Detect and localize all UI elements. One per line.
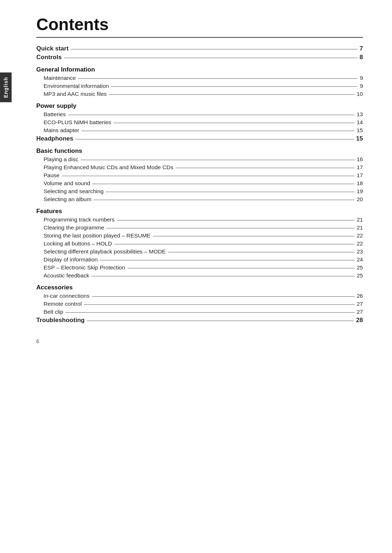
page-number: 28 xyxy=(356,317,363,324)
entry-label: Quick start xyxy=(36,45,69,52)
toc-entry: Selecting different playback possibiliti… xyxy=(36,248,363,255)
toc-entry: Programming track numbers21 xyxy=(36,216,363,223)
dots-line xyxy=(111,86,358,87)
entry-label: Mains adapter xyxy=(44,127,79,134)
dots-line xyxy=(84,304,355,305)
toc-entry: Display of information24 xyxy=(36,256,363,263)
toc-entry: Pause17 xyxy=(36,172,363,179)
page-footer: 6 xyxy=(36,338,363,344)
page-number: 22 xyxy=(357,240,363,247)
section-heading: Power supply xyxy=(36,102,363,110)
toc-entry: Clearing the programme21 xyxy=(36,224,363,231)
dots-line xyxy=(92,184,354,184)
toc-entry: Acoustic feedback25 xyxy=(36,272,363,279)
entry-label: Programming track numbers xyxy=(44,216,115,223)
entry-label: Selecting and searching xyxy=(44,188,103,195)
dots-line xyxy=(106,192,354,192)
entry-label: Pause xyxy=(44,172,60,179)
title-divider xyxy=(36,37,363,38)
toc-entry: Mains adapter15 xyxy=(36,127,363,134)
toc-list: Quick start7Controls8General Information… xyxy=(36,45,363,324)
page-number: 27 xyxy=(357,309,363,315)
toc-entry: In-car connections26 xyxy=(36,293,363,299)
entry-label: Controls xyxy=(36,54,62,61)
dots-line xyxy=(75,139,354,139)
dots-line xyxy=(109,94,355,95)
entry-label: Batteries xyxy=(44,111,66,118)
entry-label: Selecting different playback possibiliti… xyxy=(44,248,166,255)
entry-label: Troubleshooting xyxy=(36,317,85,324)
dots-line xyxy=(68,115,355,115)
page-number: 16 xyxy=(357,156,363,163)
entry-label: In-car connections xyxy=(44,293,90,299)
dots-line xyxy=(114,244,355,244)
dots-line xyxy=(117,220,355,220)
toc-entry: MP3 and AAC music files10 xyxy=(36,91,363,97)
entry-label: Volume and sound xyxy=(44,180,90,187)
toc-entry: Storing the last position played – RESUM… xyxy=(36,232,363,239)
toc-entry: Locking all buttons – HOLD22 xyxy=(36,240,363,247)
page-number: 18 xyxy=(357,180,363,187)
toc-entry: Troubleshooting28 xyxy=(36,317,363,324)
entry-label: Belt clip xyxy=(44,309,63,315)
toc-entry: Environmental information9 xyxy=(36,83,363,89)
entry-label: Headphones xyxy=(36,135,73,142)
toc-entry: Playing a disc16 xyxy=(36,156,363,163)
entry-label: Acoustic feedback xyxy=(44,272,89,279)
toc-entry: Quick start7 xyxy=(36,45,363,52)
dots-line xyxy=(153,236,355,236)
page-number: 8 xyxy=(360,54,363,61)
page-title: Contents xyxy=(36,15,363,34)
entry-label: Playing Enhanced Music CDs and Mixed Mod… xyxy=(44,164,173,171)
toc-entry: ECO-PLUS NiMH batteries14 xyxy=(36,119,363,126)
page-number: 21 xyxy=(357,224,363,231)
page-number: 10 xyxy=(357,91,363,97)
dots-line xyxy=(92,296,355,297)
page-number: 23 xyxy=(357,248,363,255)
section-heading: Accessories xyxy=(36,284,363,291)
entry-label: ECO-PLUS NiMH batteries xyxy=(44,119,111,126)
dots-line xyxy=(81,160,355,160)
entry-label: Maintenance xyxy=(44,75,76,81)
page-number: 22 xyxy=(357,232,363,239)
page-number: 15 xyxy=(356,135,363,142)
page-number: 13 xyxy=(357,111,363,118)
page-number: 9 xyxy=(360,83,363,89)
entry-label: ESP – Electronic Skip Protection xyxy=(44,264,125,271)
toc-entry: Playing Enhanced Music CDs and Mixed Mod… xyxy=(36,164,363,171)
section-heading: Basic functions xyxy=(36,147,363,155)
toc-entry: Batteries13 xyxy=(36,111,363,118)
page-number: 19 xyxy=(357,188,363,195)
toc-entry: Volume and sound18 xyxy=(36,180,363,187)
entry-label: Locking all buttons – HOLD xyxy=(44,240,112,247)
dots-line xyxy=(176,168,355,168)
dots-line xyxy=(81,131,355,131)
dots-line xyxy=(127,268,355,268)
dots-line xyxy=(78,78,358,79)
toc-entry: Controls8 xyxy=(36,54,363,61)
dots-line xyxy=(113,123,355,123)
page-number: 27 xyxy=(357,301,363,307)
dots-line xyxy=(87,321,354,321)
dots-line xyxy=(64,58,358,58)
entry-label: Remote control xyxy=(44,301,82,307)
page-number: 14 xyxy=(357,119,363,126)
page-number: 20 xyxy=(357,196,363,203)
entry-label: Storing the last position played – RESUM… xyxy=(44,232,151,239)
entry-label: MP3 and AAC music files xyxy=(44,91,107,97)
toc-entry: Maintenance9 xyxy=(36,75,363,81)
dots-line xyxy=(94,200,355,200)
dots-line xyxy=(100,260,355,260)
page-number: 17 xyxy=(357,172,363,179)
page-container: English Contents Quick start7Controls8Ge… xyxy=(0,0,392,366)
toc-entry: ESP – Electronic Skip Protection25 xyxy=(36,264,363,271)
language-label: English xyxy=(3,77,9,98)
entry-label: Environmental information xyxy=(44,83,109,89)
section-heading: Features xyxy=(36,208,363,215)
entry-label: Selecting an album xyxy=(44,196,91,203)
toc-entry: Selecting an album20 xyxy=(36,196,363,203)
toc-entry: Headphones15 xyxy=(36,135,363,142)
section-heading: General Information xyxy=(36,66,363,73)
page-number: 7 xyxy=(360,45,363,52)
page-number: 15 xyxy=(357,127,363,134)
